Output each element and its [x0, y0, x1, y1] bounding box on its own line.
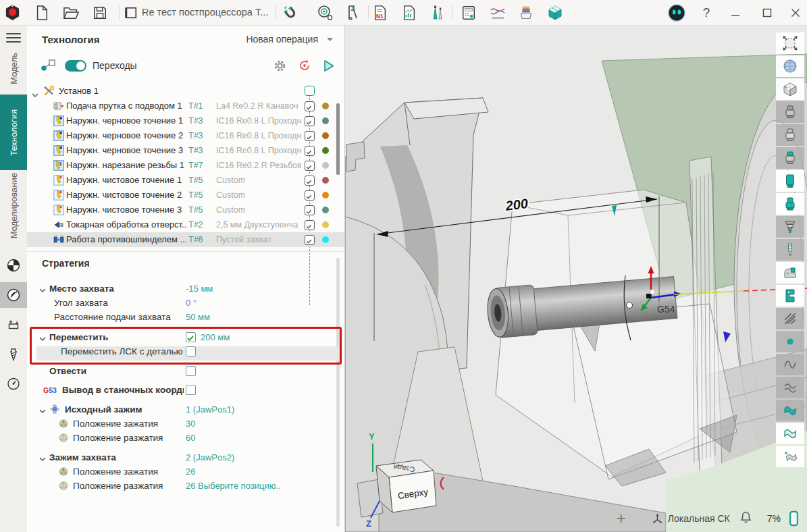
param-row-grab-place[interactable]: Место захвата -15 мм	[27, 282, 339, 296]
workpiece-current-icon[interactable]	[776, 170, 804, 192]
machine-coords-checkbox[interactable]	[186, 385, 196, 395]
new-document-icon[interactable]	[32, 3, 52, 23]
tree-root-row[interactable]: Установ 1	[27, 84, 344, 99]
viewport-3d[interactable]: 200 G54 Y	[345, 25, 807, 532]
operation-checkbox[interactable]	[305, 220, 315, 230]
setup-checkbox[interactable]	[305, 86, 315, 96]
document-tab-icon[interactable]	[121, 3, 141, 23]
param-value[interactable]: 50 мм	[186, 312, 210, 322]
viewport-3d-scene[interactable]: 200 G54 Y	[345, 25, 807, 532]
surfaces-icon[interactable]	[776, 377, 804, 398]
param-row-retract[interactable]: Отвести	[27, 364, 339, 378]
open-document-icon[interactable]	[61, 3, 81, 23]
new-operation-dropdown[interactable]: Новая операция	[246, 34, 334, 45]
param-value[interactable]: -15 мм	[186, 284, 213, 294]
operation-checkbox[interactable]	[305, 116, 315, 126]
param-row-grab-feed[interactable]: Расстояние подачи захвата 50 мм	[27, 310, 339, 324]
param-value[interactable]: 1 (JawPos1)	[186, 404, 234, 415]
move-checkbox-checked[interactable]	[186, 332, 196, 342]
operation-checkbox[interactable]	[305, 235, 315, 245]
move-lcs-checkbox[interactable]	[186, 346, 196, 356]
shaded-sphere-icon[interactable]	[776, 55, 804, 77]
surface-flag-outline-icon[interactable]	[776, 423, 804, 444]
workpiece-result-icon[interactable]	[776, 193, 804, 215]
chuck-icon[interactable]	[776, 216, 804, 238]
chevron-down-icon[interactable]	[39, 284, 46, 296]
transitions-toggle[interactable]	[65, 60, 86, 72]
operation-checkbox[interactable]	[305, 190, 315, 201]
coordinate-system-selector[interactable]: Локальная СК	[651, 512, 730, 525]
param-value[interactable]: 2 (JawPos2)	[186, 452, 234, 462]
param-row-grab-angle[interactable]: Угол захвата 0 °	[27, 296, 339, 310]
document-title[interactable]: Re тест постпроцессора Т...	[142, 0, 270, 25]
drill-tool-icon[interactable]	[776, 239, 804, 261]
tree-scrollbar[interactable]	[336, 103, 340, 175]
table-row[interactable]: Наружн. нарезание резьбы 1 T#7 IC16 Re0.…	[27, 158, 344, 173]
param-row-move-lcs[interactable]: Переместить ЛСК с деталью	[27, 344, 339, 358]
tab-simulation[interactable]: Моделирование	[0, 170, 27, 241]
save-document-icon[interactable]	[90, 3, 110, 23]
section-box-icon[interactable]	[776, 78, 804, 100]
operation-checkbox[interactable]	[305, 176, 315, 186]
param-value[interactable]: 200 мм	[201, 332, 230, 342]
param-row-clamp-position[interactable]: Положение зажатия 26	[27, 464, 339, 479]
param-row-machine-coords[interactable]: G53 Вывод в станочных коорди	[27, 383, 339, 397]
statistics-document-icon[interactable]	[399, 3, 419, 23]
toolpath-hatch-icon[interactable]	[776, 308, 804, 329]
magnet-snap-icon[interactable]	[280, 3, 301, 23]
operation-checkbox[interactable]	[305, 131, 315, 141]
param-row-unclamp-position[interactable]: Положение разжатия 60	[27, 431, 339, 445]
workpiece-stage-3-icon[interactable]	[776, 147, 804, 169]
fit-view-icon[interactable]	[776, 32, 804, 54]
bell-icon[interactable]	[739, 510, 752, 527]
play-icon[interactable]	[323, 59, 335, 72]
table-row[interactable]: Наружн. черновое точение 1 T#3 IC16 Re0.…	[27, 113, 344, 128]
turning-tool-icon[interactable]	[7, 288, 20, 302]
workpiece-setup-icon[interactable]	[7, 318, 20, 331]
app-logo-icon[interactable]	[2, 3, 22, 23]
table-row[interactable]: Наружн. чистовое точение 2 T#5 Custom	[27, 188, 344, 203]
surface-flag-filled-icon[interactable]	[776, 400, 804, 421]
param-value[interactable]: 26	[186, 467, 195, 477]
toolpath-node[interactable]	[627, 302, 633, 309]
surface-flag-marker-icon[interactable]	[776, 446, 804, 467]
param-row-move[interactable]: Переместить 200 мм	[27, 330, 339, 344]
tab-technology[interactable]: Технология	[0, 95, 27, 170]
machine-quadrant-icon[interactable]	[7, 259, 20, 272]
table-row[interactable]: Наружн. чистовое точение 3 T#5 Custom	[27, 203, 344, 217]
operation-checkbox[interactable]	[305, 161, 315, 171]
param-value[interactable]: 0 °	[186, 298, 197, 308]
assistant-robot-icon[interactable]	[667, 3, 687, 23]
table-row-selected[interactable]: Работа противошпинделем ... T#6 Пустой з…	[27, 232, 344, 247]
gauge-icon[interactable]	[7, 377, 20, 390]
graphs-icon[interactable]	[488, 3, 508, 23]
curve-icon[interactable]	[776, 354, 804, 375]
param-value[interactable]: 26 Выберите позицию..	[186, 481, 281, 491]
tool-library-icon[interactable]	[427, 3, 448, 23]
solid-box-icon[interactable]	[545, 3, 565, 23]
operation-checkbox[interactable]	[305, 205, 315, 215]
help-button[interactable]: ?	[696, 3, 717, 23]
point-icon[interactable]	[776, 331, 804, 352]
table-row[interactable]: Наружн. черновое точение 3 T#3 IC16 Re0.…	[27, 143, 344, 158]
param-row-clamp-position[interactable]: Положение зажатия 30	[27, 417, 339, 431]
param-row-unclamp-position[interactable]: Положение разжатия 26 Выберите позицию..	[27, 479, 339, 493]
calculator-icon[interactable]	[459, 3, 479, 23]
close-button[interactable]	[785, 3, 806, 23]
caliper-icon[interactable]	[342, 3, 362, 23]
chevron-down-icon[interactable]	[39, 332, 46, 344]
table-row[interactable]: Наружн. черновое точение 2 T#3 IC16 Re0.…	[27, 128, 344, 143]
table-row[interactable]: Наружн. чистовое точение 1 T#5 Custom	[27, 173, 344, 188]
add-view-button[interactable]: +	[617, 509, 626, 528]
maximize-button[interactable]	[757, 3, 777, 23]
workpiece-stage-1-icon[interactable]	[776, 101, 804, 123]
drill-tool-icon[interactable]	[7, 348, 20, 361]
param-row-initial-clamp[interactable]: Исходный зажим 1 (JawPos1)	[27, 402, 339, 417]
gear-icon[interactable]	[274, 59, 286, 72]
retract-checkbox[interactable]	[186, 366, 196, 376]
postprocessor-layers-icon[interactable]	[516, 3, 536, 23]
tab-model[interactable]: Модель	[0, 43, 27, 95]
strategy-scrollbar[interactable]	[336, 258, 340, 527]
nc-program-icon[interactable]: N1	[370, 3, 390, 23]
param-row-grip-clamp[interactable]: Зажим захвата 2 (JawPos2)	[27, 450, 339, 464]
